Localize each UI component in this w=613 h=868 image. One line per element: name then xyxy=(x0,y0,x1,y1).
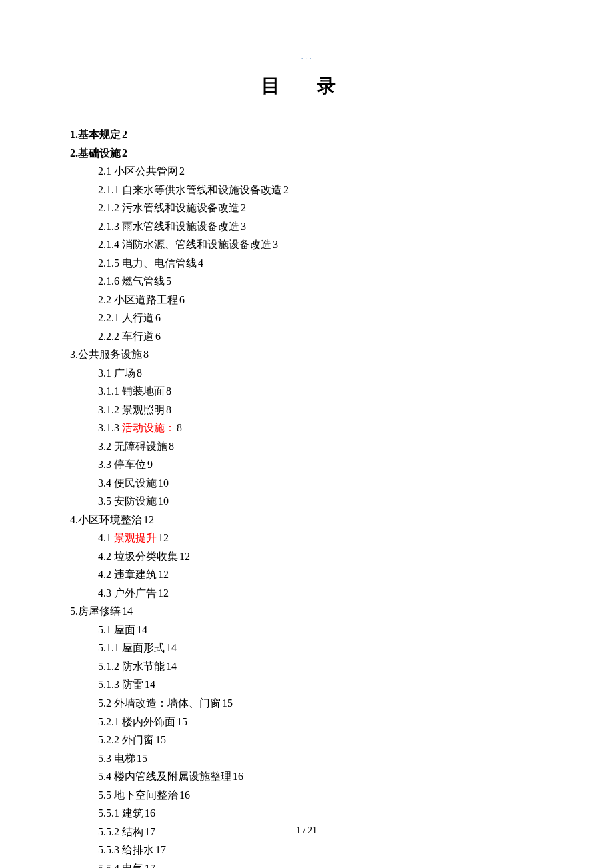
header-mark: . . . xyxy=(70,53,543,60)
toc-entry-text: 小区公共管网 xyxy=(114,165,178,177)
toc-entry: 5.2.1 楼内外饰面15 xyxy=(98,713,543,731)
toc-entry: 3.1 广场8 xyxy=(98,364,543,383)
toc-entry: 2.1.1 自来水等供水管线和设施设备改造2 xyxy=(98,181,543,199)
toc-entry: 2.2.1 人行道6 xyxy=(98,309,543,327)
toc-entry: 5.5.4 电气17 xyxy=(98,859,543,868)
toc-entry-number: 3.2 xyxy=(98,441,114,452)
toc-entry: 4.3 户外广告12 xyxy=(98,584,543,603)
toc-entry-page: 2 xyxy=(122,147,127,159)
toc-entry: 2.1.4 消防水源、管线和设施设备改造3 xyxy=(98,235,543,254)
toc-entry: 4.小区环境整治12 xyxy=(70,511,543,529)
toc-entry-page: 16 xyxy=(145,807,155,819)
toc-entry-number: 2.1.1 xyxy=(98,184,122,195)
toc-list: 1.基本规定22.基础设施22.1 小区公共管网22.1.1 自来水等供水管线和… xyxy=(70,125,543,868)
toc-entry-number: 5.1.1 xyxy=(98,642,122,653)
toc-entry-text: 防雷 xyxy=(122,679,143,690)
toc-entry-page: 14 xyxy=(166,642,177,653)
toc-entry-text: 便民设施 xyxy=(114,477,157,489)
toc-entry-number: 5.2.1 xyxy=(98,716,122,727)
toc-entry-number: 3.3 xyxy=(98,459,114,470)
toc-entry-number: 4. xyxy=(70,514,78,525)
toc-entry: 5.3 电梯15 xyxy=(98,749,543,768)
toc-entry: 2.1 小区公共管网2 xyxy=(98,162,543,181)
toc-entry-page: 6 xyxy=(179,294,185,305)
toc-entry: 3.1.3 活动设施：8 xyxy=(98,419,543,437)
toc-entry: 5.5.1 建筑16 xyxy=(98,804,543,823)
toc-entry-page: 10 xyxy=(158,477,169,489)
toc-entry-page: 12 xyxy=(143,514,154,525)
toc-entry-text: 景观提升 xyxy=(114,532,157,543)
toc-entry-text: 防水节能 xyxy=(122,661,165,672)
toc-entry-text: 自来水等供水管线和设施设备改造 xyxy=(122,184,282,195)
toc-entry: 3.1.2 景观照明8 xyxy=(98,401,543,419)
toc-entry-page: 17 xyxy=(145,863,155,868)
toc-entry-number: 2. xyxy=(70,147,78,159)
toc-entry-page: 10 xyxy=(158,495,169,507)
toc-entry-page: 4 xyxy=(198,257,203,269)
toc-entry-text: 燃气管线 xyxy=(122,275,165,287)
toc-entry-text: 电气 xyxy=(122,863,143,868)
toc-entry: 3.公共服务设施8 xyxy=(70,345,543,364)
toc-entry-text: 小区道路工程 xyxy=(114,294,178,305)
toc-entry-number: 3. xyxy=(70,349,78,360)
toc-entry-number: 2.1.3 xyxy=(98,221,122,232)
toc-entry: 5.2.2 外门窗15 xyxy=(98,731,543,749)
toc-entry-page: 9 xyxy=(147,459,153,470)
toc-entry-text: 活动设施： xyxy=(122,422,175,433)
toc-entry-text: 污水管线和设施设备改造 xyxy=(122,202,239,213)
toc-entry-number: 5.1.2 xyxy=(98,661,122,672)
toc-entry-number: 5.5.4 xyxy=(98,863,122,868)
toc-entry-page: 3 xyxy=(273,239,278,250)
toc-entry-page: 2 xyxy=(122,129,127,140)
toc-entry-text: 户外广告 xyxy=(114,587,157,599)
toc-entry-text: 雨水管线和设施设备改造 xyxy=(122,221,239,232)
toc-entry-number: 2.1.5 xyxy=(98,257,122,269)
toc-entry-number: 2.2 xyxy=(98,294,114,305)
toc-entry-page: 2 xyxy=(241,202,246,213)
toc-entry-number: 1. xyxy=(70,129,78,140)
toc-entry-page: 8 xyxy=(166,385,171,397)
toc-entry-text: 电力、电信管线 xyxy=(122,257,197,269)
toc-entry: 4.2 违章建筑12 xyxy=(98,565,543,584)
toc-entry-page: 6 xyxy=(155,331,161,342)
toc-entry-text: 外门窗 xyxy=(122,734,154,745)
toc-entry-number: 5. xyxy=(70,605,78,617)
toc-entry-number: 4.1 xyxy=(98,532,114,543)
toc-entry-number: 5.4 xyxy=(98,771,114,782)
toc-entry-number: 3.1.1 xyxy=(98,385,122,397)
toc-entry: 2.1.6 燃气管线5 xyxy=(98,272,543,291)
toc-entry-number: 3.1 xyxy=(98,367,114,379)
toc-entry-text: 车行道 xyxy=(122,331,154,342)
toc-entry-page: 6 xyxy=(155,312,161,323)
toc-entry: 2.1.5 电力、电信管线4 xyxy=(98,254,543,273)
toc-entry-text: 电梯 xyxy=(114,753,135,764)
toc-entry-page: 14 xyxy=(122,605,133,617)
toc-entry-page: 14 xyxy=(145,679,155,690)
toc-entry-text: 无障碍设施 xyxy=(114,441,167,452)
toc-entry-text: 屋面 xyxy=(114,624,135,635)
toc-entry: 2.2 小区道路工程6 xyxy=(98,291,543,309)
toc-entry-number: 2.2.2 xyxy=(98,331,122,342)
toc-entry-text: 违章建筑 xyxy=(114,569,157,580)
toc-entry-number: 2.2.1 xyxy=(98,312,122,323)
toc-entry-number: 2.1.4 xyxy=(98,239,122,250)
toc-entry-text: 铺装地面 xyxy=(122,385,165,397)
toc-entry-text: 给排水 xyxy=(122,844,154,855)
toc-entry-text: 房屋修缮 xyxy=(78,605,121,617)
toc-entry: 5.1.3 防雷14 xyxy=(98,675,543,694)
toc-entry: 3.1.1 铺装地面8 xyxy=(98,382,543,401)
document-page: . . . 目 录 1.基本规定22.基础设施22.1 小区公共管网22.1.1… xyxy=(0,0,613,868)
toc-entry-text: 停车位 xyxy=(114,459,146,470)
toc-entry-text: 外墙改造：墙体、门窗 xyxy=(114,697,221,709)
toc-entry-page: 15 xyxy=(155,734,166,745)
toc-entry-text: 楼内外饰面 xyxy=(122,716,175,727)
toc-entry: 4.1 景观提升12 xyxy=(98,529,543,547)
toc-entry-page: 8 xyxy=(143,349,149,360)
toc-entry: 2.2.2 车行道6 xyxy=(98,327,543,346)
toc-entry-text: 垃圾分类收集 xyxy=(114,551,178,562)
toc-entry-page: 17 xyxy=(155,844,166,855)
toc-entry-text: 人行道 xyxy=(122,312,154,323)
toc-entry-page: 14 xyxy=(166,661,177,672)
toc-entry-number: 3.5 xyxy=(98,495,114,507)
toc-entry-number: 4.2 xyxy=(98,551,114,562)
